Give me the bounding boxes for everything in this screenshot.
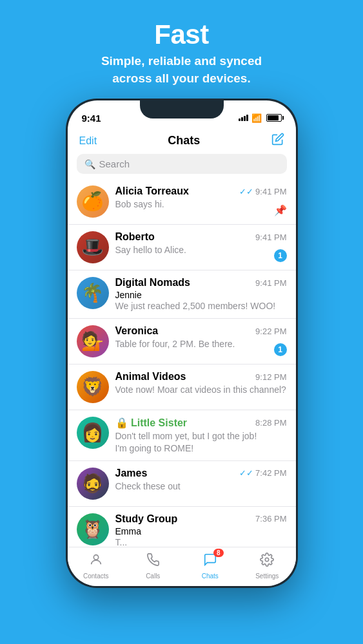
chat-preview: We just reached 2,500 members! WOO! — [115, 300, 287, 312]
chat-sender: Emma — [115, 526, 287, 536]
unread-badge: 1 — [274, 249, 287, 262]
header-subtitle: Simple, reliable and syncedacross all yo… — [101, 53, 262, 87]
chat-name: Study Group — [115, 513, 178, 525]
tab-contacts-label: Contacts — [83, 573, 108, 580]
chat-name: Animal Videos — [115, 371, 186, 383]
chat-time: ✓✓ 9:41 PM — [239, 187, 286, 196]
avatar: 🧔 — [77, 468, 109, 500]
unread-badge: 1 — [274, 343, 287, 356]
status-icons: 📶 — [239, 113, 282, 123]
avatar: 🌴 — [77, 277, 109, 309]
list-item[interactable]: 🎩 Roberto 9:41 PM Say hello to Alice. 1 — [68, 225, 296, 270]
phone-inner: 9:41 📶 Edit Chats — [68, 100, 296, 586]
tab-contacts[interactable]: Contacts — [68, 553, 125, 580]
settings-icon — [260, 553, 274, 571]
chat-preview: Say hello to Alice. — [115, 244, 287, 256]
chat-name: Roberto — [115, 231, 155, 243]
avatar: 💁 — [77, 325, 109, 357]
list-item[interactable]: 👩 🔒 Little Sister 8:28 PM Don't tell mom… — [68, 410, 296, 460]
chat-time: 9:12 PM — [255, 372, 286, 382]
chat-preview: Check these out — [115, 480, 287, 492]
tab-settings-label: Settings — [255, 573, 279, 580]
chat-sender: Jennie — [115, 290, 287, 300]
signal-icon — [239, 115, 248, 121]
chat-name: Veronica — [115, 325, 159, 337]
avatar: 👩 — [77, 417, 109, 449]
chat-time: 9:22 PM — [255, 327, 286, 336]
chat-preview: Don't tell mom yet, but I got the job! — [115, 430, 287, 442]
chat-name: James — [115, 468, 148, 479]
list-item[interactable]: 🦁 Animal Videos 9:12 PM Vote now! Moar c… — [68, 365, 296, 410]
wifi-icon: 📶 — [251, 113, 262, 123]
avatar: 🦉 — [77, 513, 109, 545]
search-bar[interactable]: 🔍 Search — [77, 154, 287, 174]
contacts-icon — [89, 553, 103, 571]
tab-bar: Contacts Calls — [68, 547, 296, 586]
chat-time: ✓✓ 7:42 PM — [239, 468, 286, 478]
header-title: Fast — [101, 19, 262, 50]
notch — [140, 100, 224, 118]
list-item[interactable]: 🦉 Study Group 7:36 PM Emma T... — [68, 507, 296, 547]
tab-calls[interactable]: Calls — [124, 553, 182, 580]
search-icon: 🔍 — [84, 159, 95, 169]
phone-frame: 9:41 📶 Edit Chats — [66, 99, 298, 588]
chat-time: 7:36 PM — [255, 514, 286, 524]
tab-chats-label: Chats — [202, 573, 219, 580]
avatar: 🍊 — [77, 185, 109, 218]
chat-name: Digital Nomads — [115, 277, 190, 289]
battery-icon — [266, 114, 282, 122]
chat-preview: Bob says hi. — [115, 198, 287, 210]
chat-preview: Table for four, 2 PM. Be there. — [115, 338, 287, 350]
chat-list: 🍊 Alicia Torreaux ✓✓ 9:41 PM Bob says hi… — [68, 179, 296, 547]
calls-icon — [146, 553, 160, 571]
tab-calls-label: Calls — [146, 573, 160, 580]
list-item[interactable]: 💁 Veronica 9:22 PM Table for four, 2 PM.… — [68, 319, 296, 365]
chat-preview: Vote now! Moar cat videos in this channe… — [115, 384, 287, 395]
list-item[interactable]: 🌴 Digital Nomads 9:41 PM Jennie We just … — [68, 270, 296, 319]
svg-point-1 — [266, 558, 270, 562]
header-section: Fast Simple, reliable and syncedacross a… — [101, 0, 262, 99]
chat-name: 🔒 Little Sister — [115, 417, 188, 429]
chat-time: 9:41 PM — [255, 278, 286, 288]
list-item[interactable]: 🧔 James ✓✓ 7:42 PM Check these out — [68, 461, 296, 507]
chat-time: 9:41 PM — [255, 232, 286, 242]
avatar: 🎩 — [77, 231, 109, 263]
list-item[interactable]: 🍊 Alicia Torreaux ✓✓ 9:41 PM Bob says hi… — [68, 179, 296, 225]
chat-preview-sub: I'm going to ROME! — [115, 442, 287, 454]
svg-point-0 — [93, 555, 98, 560]
edit-button[interactable]: Edit — [79, 135, 97, 147]
phone-wrapper: 9:41 📶 Edit Chats — [66, 99, 298, 588]
chat-time: 8:28 PM — [255, 418, 286, 428]
tab-chats[interactable]: 8 Chats — [182, 553, 239, 580]
chats-tab-badge: 8 — [213, 549, 224, 557]
tab-settings[interactable]: Settings — [239, 553, 296, 580]
chat-name: Alicia Torreaux — [115, 185, 189, 197]
status-time: 9:41 — [82, 113, 101, 124]
pin-icon: 📌 — [274, 204, 287, 216]
nav-bar: Edit Chats — [68, 129, 296, 154]
compose-button[interactable] — [271, 133, 284, 149]
avatar: 🦁 — [77, 371, 109, 403]
search-placeholder: Search — [99, 158, 130, 169]
nav-title: Chats — [168, 134, 200, 147]
chat-preview: T... — [115, 536, 287, 547]
